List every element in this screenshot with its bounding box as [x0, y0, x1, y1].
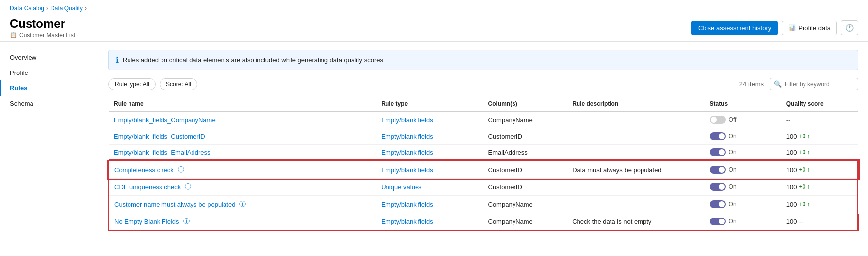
toggle-label: On — [729, 218, 737, 225]
rule-type-text: Empty/blank fields — [381, 218, 433, 225]
status-toggle[interactable]: On — [710, 218, 776, 225]
filter-right: 24 items 🔍 — [739, 78, 858, 90]
cde-info-icon: ⓘ — [178, 165, 184, 174]
th-quality: Quality score — [781, 96, 858, 111]
th-description: Rule description — [567, 96, 705, 111]
quality-value: 100 — [786, 133, 797, 140]
rule-description — [567, 145, 705, 161]
quality-value: 100 — [786, 149, 797, 156]
table-row: No Empty Blank FieldsⓘEmpty/blank fields… — [109, 213, 858, 231]
table-row: Customer name must always be populatedⓘE… — [109, 196, 858, 213]
sidebar-item-schema[interactable]: Schema — [0, 96, 98, 111]
rule-column: EmailAddress — [483, 145, 568, 161]
banner-text: Rules added on critical data elements ar… — [123, 56, 383, 64]
sidebar-item-rules[interactable]: Rules — [0, 80, 98, 96]
toggle-switch[interactable] — [710, 183, 726, 191]
rule-column: CompanyName — [483, 196, 568, 213]
filter-row: Rule type: All Score: All 24 items 🔍 — [108, 78, 858, 90]
page-subtitle-text: Customer Master List — [19, 32, 75, 38]
status-toggle[interactable]: On — [710, 166, 776, 174]
search-box: 🔍 — [770, 78, 858, 90]
header-actions: Close assessment history 📊 Profile data … — [691, 20, 858, 35]
quality-value: 100 — [786, 201, 797, 208]
toggle-switch[interactable] — [710, 132, 726, 140]
search-input[interactable] — [785, 81, 854, 88]
rule-column: CompanyName — [483, 111, 568, 128]
page-subtitle: 📋 Customer Master List — [10, 32, 75, 38]
toggle-switch[interactable] — [710, 148, 726, 156]
rule-column: CustomerID — [483, 179, 568, 196]
history-button[interactable]: 🕐 — [841, 20, 858, 35]
rule-type-text: Empty/blank fields — [381, 149, 433, 156]
rule-description: Check the data is not empty — [567, 213, 705, 231]
rule-description: Data must always be populated — [567, 161, 705, 179]
rule-description — [567, 179, 705, 196]
quality-score: 100 +0 ↑ — [786, 201, 852, 208]
rule-name-link[interactable]: Empty/blank_fields_CustomerID — [114, 133, 205, 140]
breadcrumb-data-catalog[interactable]: Data Catalog — [10, 5, 44, 12]
rule-type-text: Empty/blank fields — [381, 166, 433, 174]
sidebar-item-overview[interactable]: Overview — [0, 50, 98, 65]
rule-column: CustomerID — [483, 128, 568, 145]
toggle-switch[interactable] — [710, 166, 726, 174]
toggle-label: On — [729, 166, 737, 173]
filter-left: Rule type: All Score: All — [108, 78, 197, 90]
rule-description — [567, 111, 705, 128]
sidebar-item-rules-label: Rules — [10, 84, 27, 92]
rule-description — [567, 196, 705, 213]
quality-delta: +0 ↑ — [799, 166, 810, 173]
profile-data-button[interactable]: 📊 Profile data — [782, 21, 837, 35]
quality-score: -- — [786, 116, 853, 124]
quality-delta: +0 ↑ — [799, 133, 810, 140]
toggle-label: On — [729, 183, 737, 190]
status-toggle[interactable]: Off — [710, 116, 776, 124]
quality-value: 100 — [786, 218, 797, 225]
status-toggle[interactable]: On — [710, 200, 776, 208]
cde-info-icon: ⓘ — [185, 183, 191, 191]
close-assessment-history-button[interactable]: Close assessment history — [691, 21, 778, 35]
toggle-switch[interactable] — [710, 218, 726, 225]
rule-description — [567, 128, 705, 145]
sidebar-item-profile[interactable]: Profile — [0, 65, 98, 80]
content-area: ℹ Rules added on critical data elements … — [98, 42, 868, 244]
table-row: CDE uniqueness checkⓘUnique valuesCustom… — [109, 179, 858, 196]
rule-name-link[interactable]: Empty/blank_fields_EmailAddress — [114, 149, 211, 156]
page-title: Customer — [10, 17, 75, 31]
rule-column: CompanyName — [483, 213, 568, 231]
toggle-label: On — [729, 201, 737, 208]
toggle-label: On — [729, 133, 737, 140]
rule-type-text: Empty/blank fields — [381, 116, 433, 124]
page-header: Customer 📋 Customer Master List Close as… — [0, 14, 868, 42]
rule-name-link[interactable]: CDE uniqueness check — [114, 183, 181, 191]
table-row: Completeness checkⓘEmpty/blank fieldsCus… — [109, 161, 858, 179]
quality-score: 100 +0 ↑ — [786, 133, 853, 140]
sidebar: Overview Profile Rules Schema — [0, 42, 98, 244]
status-toggle[interactable]: On — [710, 132, 776, 140]
toggle-switch[interactable] — [710, 200, 726, 208]
rule-name-link[interactable]: Empty/blank_fields_CompanyName — [114, 116, 216, 124]
clock-icon: 🕐 — [845, 24, 854, 32]
quality-dash: -- — [799, 218, 803, 225]
quality-score: 100 +0 ↑ — [786, 149, 853, 156]
cde-info-icon: ⓘ — [183, 217, 190, 226]
rule-name-link[interactable]: Customer name must always be populated — [114, 201, 235, 208]
score-filter[interactable]: Score: All — [160, 78, 197, 90]
status-toggle[interactable]: On — [710, 148, 776, 156]
sidebar-item-profile-label: Profile — [10, 69, 28, 76]
rule-name-link[interactable]: Completeness check — [114, 166, 174, 174]
cde-info-icon: ⓘ — [239, 200, 246, 209]
profile-data-label: Profile data — [798, 24, 831, 32]
info-icon: ℹ — [116, 55, 119, 65]
sidebar-item-schema-label: Schema — [10, 100, 33, 107]
quality-score: 100-- — [786, 218, 852, 225]
toggle-switch[interactable] — [710, 116, 726, 124]
breadcrumb-data-quality[interactable]: Data Quality — [50, 5, 83, 12]
status-toggle[interactable]: On — [710, 183, 776, 191]
rule-type-filter[interactable]: Rule type: All — [108, 78, 156, 90]
th-rule-type: Rule type — [376, 96, 483, 111]
th-columns: Column(s) — [483, 96, 568, 111]
th-rule-name: Rule name — [109, 96, 376, 111]
breadcrumb: Data Catalog › Data Quality › — [0, 0, 868, 14]
table-row: Empty/blank_fields_EmailAddressEmpty/bla… — [109, 145, 858, 161]
rule-name-link[interactable]: No Empty Blank Fields — [114, 218, 179, 225]
